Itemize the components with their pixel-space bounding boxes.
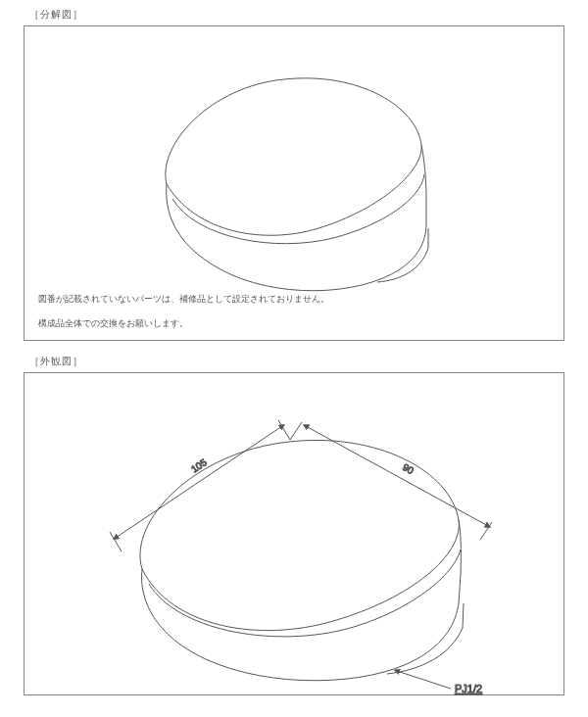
external-view-drawing: 105 90 PJ1/2 (59, 383, 529, 696)
callout-leader (397, 671, 451, 689)
exploded-view-drawing (127, 52, 461, 307)
seat-base-edge (387, 603, 464, 674)
dimension-line-left (116, 426, 282, 538)
seat-rim-line (149, 550, 461, 637)
note-line-2: 構成品全体での交換をお願いします。 (38, 318, 188, 328)
dim-ext-line (278, 420, 290, 440)
seat-lid-top-outline (166, 78, 421, 235)
note-line-1: 図番が記載されていないパーツは、補修品として設定されておりません。 (38, 294, 329, 304)
callout-label: PJ1/2 (455, 683, 482, 694)
seat-base-edge (377, 228, 428, 282)
dimension-line-right (306, 426, 488, 526)
seat-body-outline (167, 145, 426, 291)
exploded-view-panel: 図番が記載されていないパーツは、補修品として設定されておりません。 構成品全体で… (24, 25, 564, 341)
exploded-view-note: 図番が記載されていないパーツは、補修品として設定されておりません。 構成品全体で… (38, 281, 329, 330)
external-view-panel: 105 90 PJ1/2 (24, 372, 564, 695)
exploded-view-label: ［分解図］ (29, 8, 564, 22)
dimension-value-left: 105 (189, 456, 209, 475)
page: ［分解図］ 図番が記載されていないパーツは、補修品として設定されておりません。 … (0, 0, 588, 717)
external-view-label: ［外観図］ (29, 355, 564, 368)
dim-ext-line (290, 422, 302, 440)
